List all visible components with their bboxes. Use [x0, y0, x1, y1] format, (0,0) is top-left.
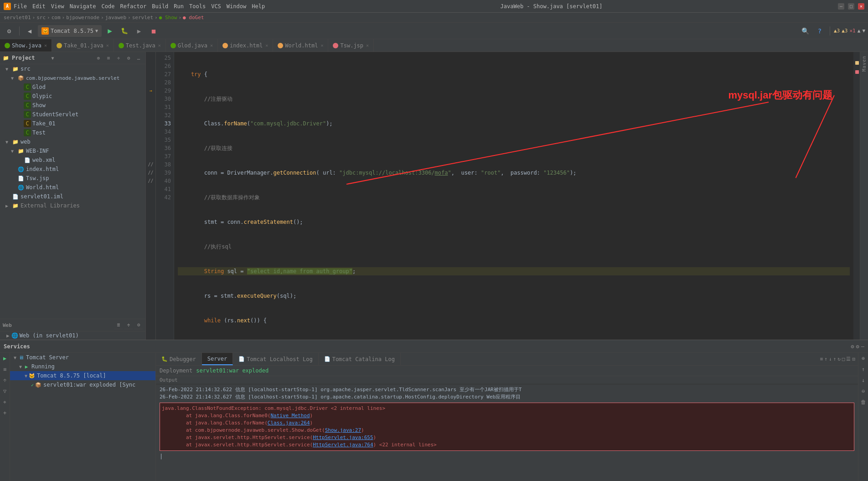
svc-btn-filter[interactable]: ▽: [0, 387, 10, 396]
svc-toolbar-btn8[interactable]: ⊡: [852, 356, 855, 362]
menu-help[interactable]: Help: [252, 3, 265, 10]
project-toolbar-btn1[interactable]: ⊕: [94, 54, 103, 62]
web-btn1[interactable]: ≡: [114, 321, 123, 329]
breadcrumb-servlet01[interactable]: servlet01: [4, 15, 31, 21]
svc-right-btn5[interactable]: 🗑: [859, 398, 868, 407]
breadcrumb-bjpowernode[interactable]: bjpowernode: [66, 15, 99, 21]
right-tab-maven[interactable]: Maven: [861, 52, 868, 75]
services-gear-btn[interactable]: ⚙: [856, 343, 859, 350]
tree-item-extlibs[interactable]: ▶ 📁 External Libraries: [0, 201, 145, 210]
tree-item-take01[interactable]: ▶ C Take_01: [0, 119, 145, 128]
web-btn2[interactable]: ÷: [124, 321, 133, 329]
menu-vcs[interactable]: VCS: [211, 3, 221, 10]
svc-toolbar-btn7[interactable]: ☰: [846, 356, 851, 362]
debug-button[interactable]: 🐛: [118, 25, 131, 37]
svc-btn-plus[interactable]: +: [0, 409, 10, 418]
tree-item-glod[interactable]: ▶ C Glod: [0, 83, 145, 92]
tree-item-package[interactable]: ▼ 📦 com.bjpowernode.javaweb.servlet: [0, 73, 145, 83]
tree-item-tswjsp[interactable]: ▶ 📄 Tsw.jsp: [0, 174, 145, 183]
tab-close-take01[interactable]: ✕: [106, 43, 109, 48]
close-button[interactable]: ✕: [858, 3, 864, 10]
svc-btn-add[interactable]: ⌖: [0, 398, 10, 407]
menu-tools[interactable]: Tools: [189, 3, 206, 10]
tree-item-test[interactable]: ▶ C Test: [0, 128, 145, 137]
services-close-btn[interactable]: –: [861, 343, 864, 350]
tab-close-test[interactable]: ✕: [158, 43, 161, 48]
breadcrumb-com[interactable]: com: [52, 15, 61, 21]
alert-up[interactable]: ▲: [858, 28, 861, 34]
tab-close-index[interactable]: ✕: [265, 43, 268, 48]
svc-right-btn3[interactable]: ↓: [859, 376, 868, 385]
menu-run[interactable]: Run: [174, 3, 184, 10]
svc-toolbar-btn5[interactable]: ↻: [837, 356, 841, 362]
s-tab-debugger[interactable]: 🐛 Debugger: [156, 353, 202, 365]
svc-right-btn1[interactable]: ⊕: [859, 354, 868, 363]
run-button[interactable]: ▶: [103, 25, 116, 37]
breadcrumb-servlet[interactable]: servlet: [132, 15, 153, 21]
link-native[interactable]: Native Method: [270, 413, 310, 419]
settings-button[interactable]: ⚙: [3, 25, 16, 37]
tab-close-world[interactable]: ✕: [320, 43, 323, 48]
service-running[interactable]: ▼ ▶ Running: [10, 362, 155, 371]
breadcrumb-show[interactable]: ● Show: [159, 15, 177, 21]
svc-toolbar-btn1[interactable]: ≡: [820, 356, 823, 362]
maximize-button[interactable]: □: [848, 3, 854, 10]
tab-glod-java[interactable]: Glod.java ✕: [166, 39, 218, 52]
menu-build[interactable]: Build: [152, 3, 168, 10]
warning-badge2[interactable]: ▲3: [842, 28, 847, 34]
menu-view[interactable]: View: [51, 3, 64, 10]
tree-item-worldhtml[interactable]: ▶ 🌐 World.html: [0, 183, 145, 192]
service-tomcat-local[interactable]: ▼ 🐱 Tomcat 8.5.75 [local]: [10, 371, 155, 380]
project-toolbar-btn2[interactable]: ≡: [104, 54, 113, 62]
s-tab-localhost-log[interactable]: 📄 Tomcat Localhost Log: [233, 353, 319, 365]
tab-test-java[interactable]: Test.java ✕: [114, 39, 166, 52]
tree-item-web[interactable]: ▼ 📁 web: [0, 137, 145, 146]
tree-item-indexhtml[interactable]: ▶ 🌐 index.html: [0, 165, 145, 174]
svc-toolbar-btn4[interactable]: ↑: [833, 356, 837, 362]
search-everywhere-button[interactable]: 🔍: [799, 25, 811, 37]
project-toolbar-btn3[interactable]: ÷: [114, 54, 123, 62]
tree-item-servlet01iml[interactable]: ▶ 📄 servlet01.iml: [0, 192, 145, 201]
menu-refactor[interactable]: Refactor: [120, 3, 146, 10]
project-more-btn[interactable]: …: [134, 54, 143, 62]
navigate-back-button[interactable]: ◀: [23, 25, 36, 37]
tree-item-webinf[interactable]: ▼ 📁 WEB-INF: [0, 146, 145, 155]
svc-right-btn2[interactable]: ↑: [859, 365, 868, 374]
svc-toolbar-btn6[interactable]: □: [842, 356, 845, 362]
project-settings-btn[interactable]: ⚙: [124, 54, 133, 62]
tree-item-src[interactable]: ▼ 📁 src: [0, 64, 145, 73]
svc-btn-split[interactable]: ÷: [0, 376, 10, 385]
tab-index-html[interactable]: index.html ✕: [218, 39, 273, 52]
run-config-dropdown[interactable]: 🐱 Tomcat 8.5.75 ▼: [38, 25, 102, 37]
tab-take01-java[interactable]: Take_01.java ✕: [52, 39, 114, 52]
services-settings-btn[interactable]: ⚙: [851, 343, 854, 350]
service-tomcat-server[interactable]: ▼ 🖥 Tomcat Server: [10, 353, 155, 362]
tab-world-html[interactable]: World.html ✕: [273, 39, 328, 52]
svc-toolbar-btn3[interactable]: ↓: [829, 356, 832, 362]
svc-toolbar-btn2[interactable]: ↑: [824, 356, 827, 362]
tab-show-java[interactable]: Show.java ✕: [0, 39, 52, 52]
tab-close-show[interactable]: ✕: [44, 43, 47, 48]
breadcrumb-doget[interactable]: ● doGet: [183, 15, 204, 21]
menu-file[interactable]: File: [14, 3, 27, 10]
tab-close-tsw[interactable]: ✕: [366, 43, 369, 48]
tab-close-glod[interactable]: ✕: [210, 43, 213, 48]
svc-btn-list[interactable]: ≡: [0, 365, 10, 374]
tree-item-studentservlet[interactable]: ▶ C StudentServlet: [0, 110, 145, 119]
svc-btn-run[interactable]: ▶: [0, 354, 10, 363]
web-settings[interactable]: ⚙: [134, 321, 143, 329]
menu-window[interactable]: Window: [227, 3, 246, 10]
minimize-button[interactable]: –: [838, 3, 844, 10]
code-editor[interactable]: try { //注册驱动 Class.forName("com.mysql.jd…: [174, 52, 853, 340]
alert-down[interactable]: ▼: [862, 28, 865, 34]
link-classjava264[interactable]: Class.java:264: [268, 420, 310, 426]
warning-badge[interactable]: ▲3: [834, 28, 840, 34]
coverage-button[interactable]: ▶: [133, 25, 145, 37]
breadcrumb-src[interactable]: src: [36, 15, 46, 21]
menu-navigate[interactable]: Navigate: [70, 3, 96, 10]
error-badge[interactable]: ✕1: [850, 28, 856, 34]
s-tab-server[interactable]: Server: [202, 353, 233, 365]
link-httpservlet764[interactable]: HttpServlet.java:764: [313, 442, 373, 448]
stop-button[interactable]: ■: [147, 25, 160, 37]
service-war-exploded[interactable]: ✓ 📦 servlet01:war exploded [Sync: [10, 380, 155, 389]
